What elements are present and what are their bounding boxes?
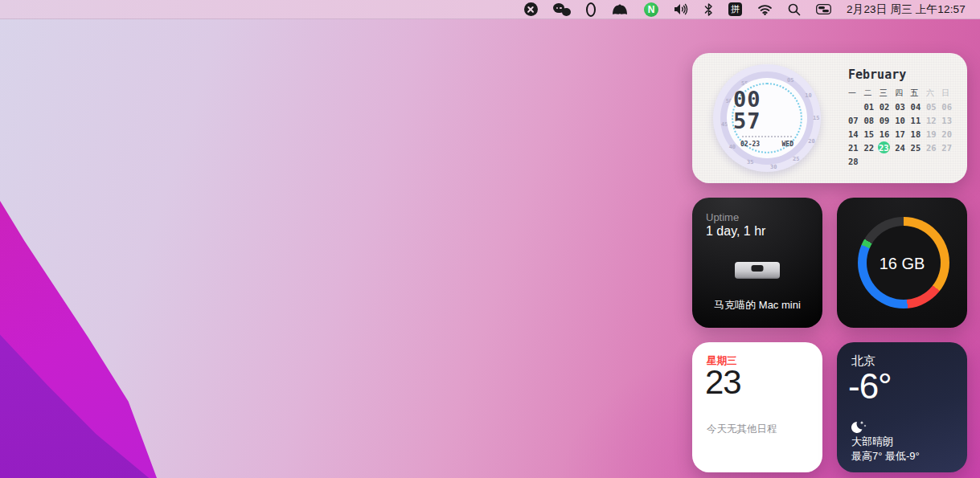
calendar-weekday-header: 四 <box>895 86 910 100</box>
clock-weekday: WED <box>782 141 793 148</box>
calendar-weekday-header: 五 <box>911 86 926 100</box>
calendar-day: 18 <box>911 127 926 141</box>
calendar-date-widget[interactable]: 星期三 23 今天无其他日程 <box>692 342 822 472</box>
calendar-day: 27 <box>941 141 957 154</box>
weather-temperature: -6° <box>848 366 892 407</box>
oval-app-icon[interactable] <box>586 1 596 18</box>
calendar-day: 11 <box>911 113 926 127</box>
calendar-day <box>926 154 941 168</box>
analog-style-clock: 0510152025303540455055 00 57 02-23 WED <box>713 64 821 172</box>
calendar-day <box>880 154 895 168</box>
alfred-hat-icon[interactable] <box>611 1 629 18</box>
weather-high-low: 最高7° 最低-9° <box>851 449 920 464</box>
calendar-day <box>941 154 957 168</box>
menu-bar: N 拼 2月23日 周三 上午12:57 <box>0 0 980 19</box>
uptime-widget[interactable]: Uptime 1 day, 1 hr 马克喵的 Mac mini <box>692 198 822 328</box>
calendar-day: 08 <box>863 113 879 127</box>
calendar-day: 05 <box>926 100 941 113</box>
memory-widget[interactable]: 16 GB <box>837 198 967 328</box>
search-icon[interactable] <box>788 1 801 18</box>
month-calendar: February 一二三四五六日010203040506070809101112… <box>848 67 957 168</box>
calendar-day: 07 <box>848 113 863 127</box>
calendar-day: 24 <box>895 141 910 154</box>
control-center-icon[interactable] <box>816 1 831 18</box>
calendar-day: 26 <box>926 141 941 154</box>
date-note: 今天无其他日程 <box>707 423 777 436</box>
calendar-day: 20 <box>941 127 957 141</box>
calendar-day: 22 <box>863 141 879 154</box>
calendar-day: 09 <box>880 113 895 127</box>
calendar-day <box>863 154 879 168</box>
calendar-weekday-header: 三 <box>880 86 895 100</box>
memory-total: 16 GB <box>837 255 967 273</box>
calendar-day: 01 <box>863 100 879 113</box>
calendar-day-active: 23 <box>880 141 895 154</box>
calendar-day: 06 <box>941 100 957 113</box>
mac-mini-image <box>735 262 780 279</box>
calendar-grid: 一二三四五六日010203040506070809101112131415161… <box>848 86 957 168</box>
calendar-day: 04 <box>911 100 926 113</box>
calendar-day: 10 <box>895 113 910 127</box>
uptime-value: 1 day, 1 hr <box>706 224 765 239</box>
calendar-day: 17 <box>895 127 910 141</box>
calendar-weekday-header: 二 <box>863 86 879 100</box>
circle-x-app-icon[interactable] <box>524 1 538 18</box>
clock-dotted-ring: 00 57 02-23 WED <box>732 83 802 153</box>
calendar-weekday-header: 六 <box>926 86 941 100</box>
calendar-day: 19 <box>926 127 941 141</box>
calendar-day <box>848 100 863 113</box>
wechat-icon[interactable] <box>553 1 571 18</box>
weather-widget[interactable]: 北京 -6° 大部晴朗 最高7° 最低-9° <box>837 342 967 472</box>
calendar-day: 14 <box>848 127 863 141</box>
calendar-weekday-header: 一 <box>848 86 863 100</box>
calendar-day: 28 <box>848 154 863 168</box>
calendar-day: 25 <box>911 141 926 154</box>
pinyin-input-icon[interactable]: 拼 <box>728 1 742 18</box>
device-name: 马克喵的 Mac mini <box>692 298 822 313</box>
clock-date: 02-23 <box>740 141 760 148</box>
month-title: February <box>848 67 957 82</box>
green-n-app-icon[interactable]: N <box>644 1 658 18</box>
volume-icon[interactable] <box>674 1 689 18</box>
moon-stars-icon <box>851 419 867 434</box>
calendar-day: 02 <box>880 100 895 113</box>
calendar-day: 21 <box>848 141 863 154</box>
clock-divider <box>742 136 792 137</box>
wifi-icon[interactable] <box>757 1 773 18</box>
calendar-day <box>895 154 910 168</box>
clock-calendar-widget[interactable]: 0510152025303540455055 00 57 02-23 WED F… <box>692 53 967 183</box>
calendar-day <box>911 154 926 168</box>
calendar-day: 12 <box>926 113 941 127</box>
calendar-day: 03 <box>895 100 910 113</box>
uptime-label: Uptime <box>706 211 739 223</box>
clock-digital-time: 00 57 <box>733 88 801 132</box>
weather-condition: 大部晴朗 <box>851 435 893 449</box>
calendar-day: 13 <box>941 113 957 127</box>
bluetooth-icon[interactable] <box>704 1 713 18</box>
menu-bar-clock[interactable]: 2月23日 周三 上午12:57 <box>847 2 966 17</box>
calendar-day: 15 <box>863 127 879 141</box>
date-day-number: 23 <box>705 363 741 402</box>
calendar-weekday-header: 日 <box>941 86 957 100</box>
notification-center-widgets: 0510152025303540455055 00 57 02-23 WED F… <box>692 53 967 472</box>
calendar-day: 16 <box>880 127 895 141</box>
